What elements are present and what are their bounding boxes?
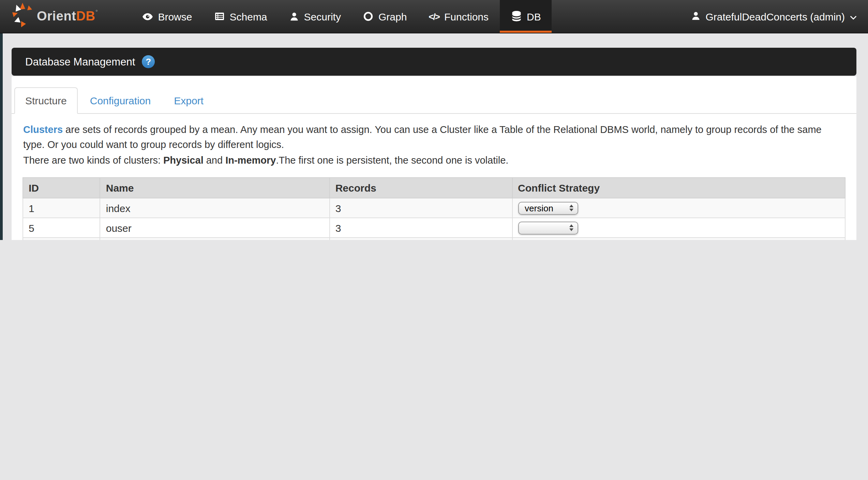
tab-structure[interactable]: Structure [14,87,78,114]
table-row: 1 index 3 version [23,198,845,218]
column-header-name: Name [100,178,330,198]
cluster-records-cell: 0 [330,238,512,240]
column-header-id: ID [23,178,100,198]
conflict-strategy-select[interactable] [518,222,578,235]
column-header-conflict-strategy: Conflict Strategy [512,178,845,198]
page-header-bar: Database Management ? [12,48,856,76]
page-title: Database Management [25,56,135,68]
chevron-down-icon [850,11,857,22]
user-icon [690,11,701,23]
eye-icon [141,11,153,22]
help-icon[interactable]: ? [142,55,155,68]
cluster-strategy-cell [512,238,845,240]
table-header-row: ID Name Records Conflict Strategy [23,178,845,198]
table-row: 5 ouser 3 [23,218,845,238]
select-arrows-icon [569,225,573,231]
orientdb-star-icon [11,1,35,32]
orientdb-studio-app: OrientDB° Browse Schema Security [0,0,868,240]
nav-item-label: Functions [444,11,489,22]
user-menu[interactable]: GratefulDeadConcerts (admin) [690,0,857,33]
top-navbar: OrientDB° Browse Schema Security [0,0,868,33]
nav-item-schema[interactable]: Schema [203,0,278,33]
nav-item-db[interactable]: DB [499,0,552,33]
user-menu-label: GratefulDeadConcerts (admin) [705,11,845,22]
tab-bar: Structure Configuration Export [12,76,856,114]
clusters-description: Clusters are sets of records grouped by … [23,122,845,168]
orientdb-logo-text: OrientDB° [37,9,98,24]
cluster-strategy-cell [512,218,845,238]
cluster-name-cell: ouser [100,218,330,238]
list-icon [214,11,225,22]
cluster-records-cell: 3 [330,218,512,238]
clusters-table: ID Name Records Conflict Strategy 1 inde… [23,178,845,240]
cluster-id-cell: 1 [23,198,100,218]
select-value: version [525,203,553,213]
user-icon [289,11,299,21]
main-nav-menu: Browse Schema Security Graph [131,0,552,33]
column-header-records: Records [330,178,512,198]
nav-item-label: Security [304,11,341,22]
code-icon: </> [429,11,439,21]
cluster-strategy-cell: version [512,198,845,218]
nav-item-security[interactable]: Security [278,0,352,33]
cluster-name-cell: e [100,238,330,240]
description-paragraph-1: Clusters are sets of records grouped by … [23,122,845,153]
nav-item-label: Graph [378,11,407,22]
tab-export[interactable]: Export [163,87,214,114]
circle-icon [363,11,374,22]
nav-item-label: DB [527,11,541,22]
database-icon [510,10,522,22]
select-arrows-icon [569,205,573,212]
description-paragraph-2: There are two kinds of clusters: Physica… [23,153,845,168]
content-panel: Structure Configuration Export Clusters … [12,76,856,240]
nav-item-label: Browse [158,11,192,22]
clusters-link[interactable]: Clusters [23,124,63,135]
cluster-name-cell: index [100,198,330,218]
cluster-records-cell: 3 [330,198,512,218]
table-row: 10 e 0 [23,238,845,240]
nav-item-graph[interactable]: Graph [352,0,418,33]
window-edge-strip [0,33,3,240]
nav-item-functions[interactable]: </> Functions [418,0,499,33]
cluster-id-cell: 10 [23,238,100,240]
orientdb-logo[interactable]: OrientDB° [0,0,98,33]
cluster-id-cell: 5 [23,218,100,238]
conflict-strategy-select[interactable]: version [518,202,578,215]
nav-item-browse[interactable]: Browse [131,0,203,33]
nav-item-label: Schema [230,11,267,22]
tab-configuration[interactable]: Configuration [79,87,162,114]
